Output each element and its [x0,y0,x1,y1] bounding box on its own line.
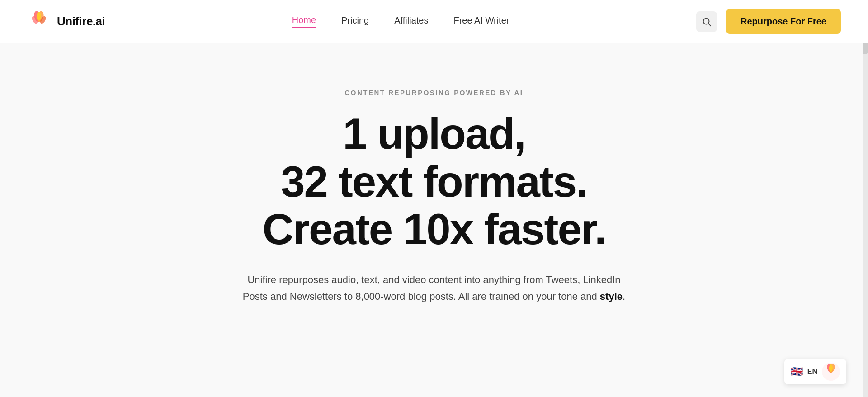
language-widget[interactable]: 🇬🇧 EN [784,359,846,384]
nav-link-free-ai-writer[interactable]: Free AI Writer [453,15,509,28]
navbar: Unifire.ai Home Pricing Affiliates Free … [0,0,868,43]
search-icon [702,17,712,27]
svg-line-7 [708,24,711,26]
nav-links: Home Pricing Affiliates Free AI Writer [292,15,509,28]
language-code: EN [807,368,817,376]
unifire-logo-icon [27,10,51,33]
brand-logo-group: Unifire.ai [27,10,105,33]
brand-name: Unifire.ai [57,14,105,28]
hero-headline-line1: 1 upload, [343,109,525,158]
search-button[interactable] [696,11,717,32]
flag-icon: 🇬🇧 [791,366,803,378]
nav-link-home[interactable]: Home [292,15,316,28]
hero-subtext-end: . [623,291,625,302]
unifire-flame-badge [822,363,840,381]
hero-subtext-plain: Unifire repurposes audio, text, and vide… [243,274,621,302]
repurpose-cta-button[interactable]: Repurpose For Free [726,9,841,34]
nav-link-affiliates[interactable]: Affiliates [394,15,428,28]
scrollbar-track[interactable] [863,0,868,397]
hero-subtext: Unifire repurposes audio, text, and vide… [240,271,628,305]
nav-link-pricing[interactable]: Pricing [341,15,369,28]
svg-point-3 [37,12,41,21]
hero-headline-line2: 32 text formats. [281,157,587,206]
navbar-actions: Repurpose For Free [696,9,841,34]
hero-headline-line3: Create 10x faster. [262,205,605,253]
hero-headline: 1 upload, 32 text formats. Create 10x fa… [262,110,605,253]
hero-eyebrow: CONTENT REPURPOSING POWERED BY AI [344,89,523,96]
hero-subtext-bold: style [600,291,623,302]
svg-point-11 [829,364,833,372]
hero-section: CONTENT REPURPOSING POWERED BY AI 1 uplo… [0,43,868,332]
